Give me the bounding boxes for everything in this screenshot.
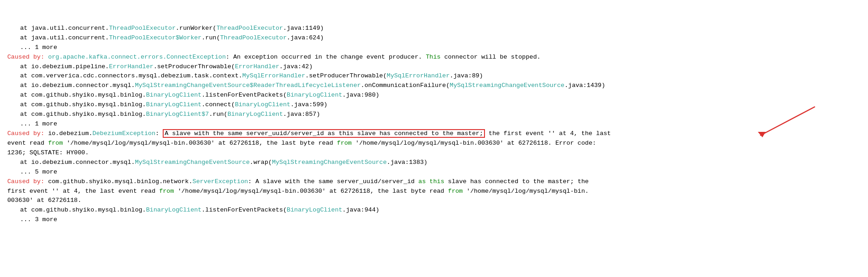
log-text: first event '' at 4, the last event read [7, 188, 159, 195]
log-text: BinaryLogClient [228, 111, 283, 118]
log-text: MySqlErrorHandler [242, 72, 305, 79]
log-text: MySqlStreamingChangeEventSource [272, 159, 387, 166]
log-text: .java:980) [342, 92, 379, 98]
log-line: 1236; SQLSTATE: HY000. [7, 148, 861, 158]
log-text: ServerException [192, 178, 248, 185]
log-text: This [426, 54, 440, 60]
log-text: Caused by: [7, 130, 48, 137]
log-text: ... 1 more [20, 120, 57, 127]
log-text: connector will be stopped. [441, 54, 541, 60]
log-line: at com.github.shyiko.mysql.binlog.Binary… [7, 110, 861, 119]
log-text: : A slave with the same server_uuid/serv… [248, 178, 419, 185]
log-line: at io.debezium.connector.mysql.MySqlStre… [7, 158, 861, 168]
log-text: .setProducerThrowable( [305, 72, 387, 79]
log-text: event read [7, 140, 48, 147]
log-text: .java:944) [342, 206, 379, 213]
log-text: MySqlStreamingChangeEventSource [135, 159, 250, 166]
log-line: at com.github.shyiko.mysql.binlog.Binary… [7, 91, 861, 100]
log-text: '/home/mysql/log/mysql/mysql-bin.003630'… [174, 188, 448, 195]
log-text: BinaryLogClient [146, 101, 202, 108]
log-text: ThreadPoolExecutor [216, 25, 283, 32]
log-text: .java:89) [450, 72, 483, 79]
log-text: ThreadPoolExecutor [220, 34, 287, 41]
log-text: BinaryLogClient [235, 101, 291, 108]
log-text: at io.debezium.pipeline. [20, 63, 109, 70]
log-text: : [155, 130, 163, 137]
log-text: Caused by: [7, 54, 48, 60]
log-text: MySqlStreamingChangeEventSource$ReaderTh… [135, 82, 361, 89]
log-text: slave has connected to the master; the [444, 178, 589, 185]
log-line: at java.util.concurrent.ThreadPoolExecut… [7, 33, 861, 43]
log-text: .wrap( [250, 159, 272, 166]
log-text: '/home/mysql/log/mysql/mysql-bin.003630'… [63, 140, 337, 147]
log-text: ... 5 more [20, 168, 57, 175]
log-text: at io.debezium.connector.mysql. [20, 82, 135, 89]
log-text: ThreadPoolExecutor$Worker [109, 34, 202, 41]
log-line: Caused by: org.apache.kafka.connect.erro… [7, 53, 861, 62]
log-line: at java.util.concurrent.ThreadPoolExecut… [7, 24, 861, 33]
log-text: .runWorker( [176, 25, 216, 32]
log-text: BinaryLogClient [146, 92, 202, 98]
log-line: ... 1 more [7, 119, 861, 129]
log-line: ... 5 more [7, 168, 861, 177]
log-line: at io.debezium.pipeline.ErrorHandler.set… [7, 62, 861, 72]
log-text: .java:1439) [564, 82, 605, 89]
log-text [426, 178, 429, 185]
log-line: at com.github.shyiko.mysql.binlog.Binary… [7, 206, 861, 215]
log-line: Caused by: com.github.shyiko.mysql.binlo… [7, 177, 861, 187]
log-text: '/home/mysql/log/mysql/mysql-bin. [463, 188, 588, 195]
log-container: at java.util.concurrent.ThreadPoolExecut… [7, 5, 861, 225]
log-text: BinaryLogClient [287, 92, 342, 98]
log-text: .java:599) [290, 101, 327, 108]
log-text: ... 3 more [20, 216, 57, 223]
log-text: at io.debezium.connector.mysql. [20, 159, 135, 166]
log-line: at io.debezium.connector.mysql.MySqlStre… [7, 81, 861, 91]
log-text: BinaryLogClient [287, 206, 342, 213]
log-text: : An exception occurred in the change ev… [226, 54, 426, 60]
log-line: first event '' at 4, the last event read… [7, 187, 861, 196]
log-text: from [48, 140, 63, 147]
log-line: 003630' at 62726118. [7, 196, 861, 206]
log-line: ... 3 more [7, 215, 861, 225]
log-line: Caused by: io.debezium.DebeziumException… [7, 129, 861, 139]
log-text: .java:42) [279, 63, 313, 70]
log-text: MySqlErrorHandler [387, 72, 450, 79]
log-line: ... 1 more [7, 43, 861, 53]
log-text: .run( [209, 111, 228, 118]
log-text: '/home/mysql/log/mysql/mysql-bin.003630'… [351, 140, 596, 147]
log-text: 1236; SQLSTATE: HY000. [7, 149, 89, 156]
log-text: the first event '' at 4, the last [485, 130, 611, 137]
log-text: at java.util.concurrent. [20, 34, 109, 41]
log-text: ErrorHandler [235, 63, 279, 70]
log-text: at com.github.shyiko.mysql.binlog. [20, 111, 146, 118]
log-text: org.apache.kafka.connect.errors.ConnectE… [48, 54, 226, 60]
log-text: at com.ververica.cdc.connectors.mysql.de… [20, 72, 242, 79]
log-text: at java.util.concurrent. [20, 25, 109, 32]
log-text: from [159, 188, 174, 195]
log-text: ErrorHandler [109, 63, 153, 70]
log-text: this [430, 178, 444, 185]
log-text: .connect( [202, 101, 235, 108]
log-text: at com.github.shyiko.mysql.binlog. [20, 206, 146, 213]
log-text: .java:624) [287, 34, 324, 41]
log-text: .java:1383) [387, 159, 427, 166]
log-text: Caused by: [7, 178, 48, 185]
log-line: event read from '/home/mysql/log/mysql/m… [7, 139, 861, 148]
log-text: as [418, 178, 426, 185]
log-text: .listenForEventPackets( [202, 206, 287, 213]
log-text: MySqlStreamingChangeEventSource [450, 82, 564, 89]
log-text: .java:1149) [283, 25, 324, 32]
log-text: DebeziumException [92, 130, 155, 137]
log-text: at com.github.shyiko.mysql.binlog. [20, 101, 146, 108]
log-text: at com.github.shyiko.mysql.binlog. [20, 92, 146, 98]
log-text: com.github.shyiko.mysql.binlog.network. [48, 178, 192, 185]
log-line: at com.ververica.cdc.connectors.mysql.de… [7, 71, 861, 81]
log-text: .onCommunicationFailure( [361, 82, 449, 89]
log-text: from [337, 140, 351, 147]
log-text: from [448, 188, 463, 195]
log-text: ... 1 more [20, 44, 57, 51]
log-text: .java:857) [283, 111, 320, 118]
log-text: ThreadPoolExecutor [109, 25, 176, 32]
log-text: .run( [202, 34, 220, 41]
log-text: BinaryLogClient$7 [146, 111, 209, 118]
